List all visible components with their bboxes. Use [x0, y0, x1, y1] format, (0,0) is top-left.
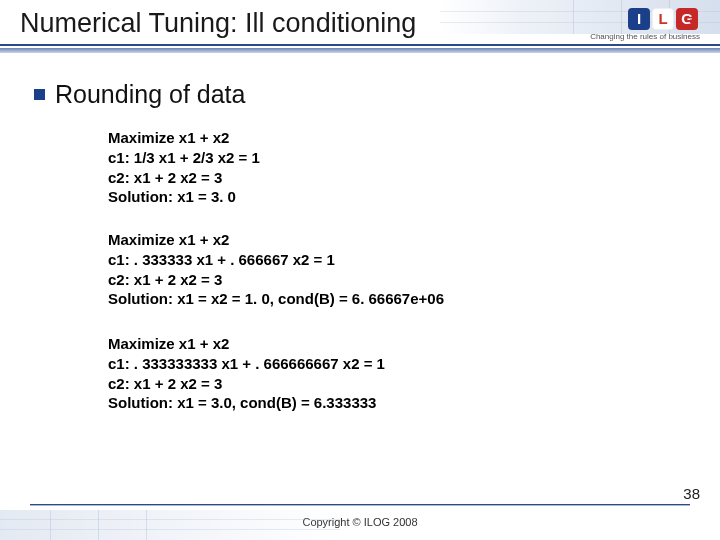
block-solution: Solution: x1 = x2 = 1. 0, cond(B) = 6. 6… [108, 289, 648, 309]
block-solution: Solution: x1 = 3.0, cond(B) = 6.333333 [108, 393, 648, 413]
deco-grid-line [98, 510, 99, 540]
deco-grid-line [0, 529, 340, 530]
logo-dot: ● [689, 10, 694, 32]
example-block-2: Maximize x1 + x2 c1: . 333333 x1 + . 666… [108, 230, 648, 309]
title-rule-bottom [0, 48, 720, 53]
block-line: c1: . 333333333 x1 + . 666666667 x2 = 1 [108, 354, 648, 374]
logo-letter: L [652, 8, 674, 30]
block-solution: Solution: x1 = 3. 0 [108, 187, 648, 207]
bullet-text: Rounding of data [55, 80, 245, 109]
bullet-row: Rounding of data [34, 80, 245, 109]
deco-grid-line [50, 510, 51, 540]
page-number: 38 [683, 485, 700, 502]
logo-letter: ●G [676, 8, 698, 30]
bottom-decoration [0, 510, 340, 540]
slide: IL●G Changing the rules of business Nume… [0, 0, 720, 540]
block-line: Maximize x1 + x2 [108, 230, 648, 250]
logo-tagline: Changing the rules of business [590, 32, 700, 41]
block-line: c1: 1/3 x1 + 2/3 x2 = 1 [108, 148, 648, 168]
block-line: Maximize x1 + x2 [108, 334, 648, 354]
ilog-logo: IL●G [628, 8, 700, 32]
block-line: c2: x1 + 2 x2 = 3 [108, 168, 648, 188]
block-line: c2: x1 + 2 x2 = 3 [108, 270, 648, 290]
deco-grid-line [621, 0, 622, 34]
block-line: c1: . 333333 x1 + . 666667 x2 = 1 [108, 250, 648, 270]
block-line: Maximize x1 + x2 [108, 128, 648, 148]
deco-grid-line [573, 0, 574, 34]
deco-grid-line [146, 510, 147, 540]
title-rule-top [0, 44, 720, 46]
bullet-square-icon [34, 89, 45, 100]
slide-title: Numerical Tuning: Ill conditioning [20, 8, 416, 39]
footer-rule [30, 503, 690, 506]
deco-grid-line [0, 519, 340, 520]
example-block-1: Maximize x1 + x2 c1: 1/3 x1 + 2/3 x2 = 1… [108, 128, 648, 207]
example-block-3: Maximize x1 + x2 c1: . 333333333 x1 + . … [108, 334, 648, 413]
block-line: c2: x1 + 2 x2 = 3 [108, 374, 648, 394]
logo-letter: I [628, 8, 650, 30]
